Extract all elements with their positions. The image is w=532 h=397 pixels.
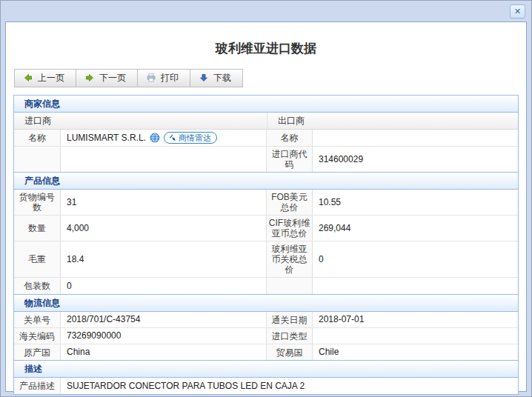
- field-label: 数量: [14, 216, 60, 241]
- section-header-description: 描述: [14, 360, 518, 378]
- field-value: 0: [312, 241, 518, 277]
- field-label: 包装数: [14, 278, 60, 294]
- arrow-right-icon: [85, 73, 94, 82]
- field-value: China: [60, 344, 266, 360]
- print-label: 打印: [161, 73, 179, 83]
- importer-code-label: 进口商代码: [266, 147, 312, 172]
- field-label: 通关日期: [266, 312, 312, 327]
- field-value: 31: [60, 190, 266, 215]
- table-row: 毛重 18.4 玻利维亚币关税总价 0: [14, 241, 518, 278]
- next-page-label: 下一页: [99, 73, 126, 83]
- close-icon: ✕: [514, 7, 521, 16]
- download-button[interactable]: 下载: [190, 70, 242, 87]
- exporter-column-header: 出口商: [267, 113, 518, 129]
- table-row: 原产国 China 贸易国 Chile: [14, 344, 518, 360]
- print-button[interactable]: 打印: [138, 70, 190, 87]
- download-label: 下载: [213, 73, 231, 83]
- merchant-subheader: 进口商 出口商: [14, 113, 518, 130]
- importer-name-label: 名称: [14, 130, 60, 146]
- field-label: 货物编号数: [14, 190, 60, 215]
- table-row: 数量 4,000 CIF玻利维亚币总价 269,044: [14, 216, 518, 241]
- table-row: 货物编号数 31 FOB美元总价 10.55: [14, 190, 518, 216]
- prev-page-label: 上一页: [38, 73, 64, 83]
- product-description-value: SUJETARDOR CONECTOR PARA TUBOS LED EN CA…: [60, 378, 518, 394]
- radar-badge-label: 商情雷达: [179, 133, 211, 143]
- next-page-button[interactable]: 下一页: [76, 70, 138, 87]
- table-row: 关单号 2018/701/C-43754 通关日期 2018-07-01: [14, 312, 518, 328]
- field-value: 2018-07-01: [312, 312, 518, 327]
- prev-page-button[interactable]: 上一页: [15, 70, 76, 87]
- arrow-down-icon: [199, 73, 208, 82]
- field-label: 进口类型: [266, 328, 312, 344]
- section-header-product: 产品信息: [14, 172, 518, 190]
- field-value: 2018/701/C-43754: [60, 312, 266, 327]
- field-label: CIF玻利维亚币总价: [266, 216, 312, 241]
- field-label: FOB美元总价: [266, 190, 312, 215]
- importer-name-cell: LUMISMART S.R.L.: [60, 130, 266, 146]
- field-label: 毛重: [14, 241, 60, 277]
- page-title: 玻利维亚进口数据: [6, 40, 526, 57]
- data-table: 商家信息 进口商 出口商 名称 LUMISMART S.R.L.: [13, 95, 519, 395]
- arrow-left-icon: [24, 73, 33, 82]
- content-panel: 玻利维亚进口数据 上一页 下一页: [5, 21, 527, 392]
- dialog-window: ✕ 玻利维亚进口数据 上一页 下一页: [0, 0, 532, 397]
- globe-icon[interactable]: [150, 133, 160, 143]
- importer-column-header: 进口商: [14, 113, 267, 129]
- table-row: 海关编码 73269090000 进口类型: [14, 328, 518, 344]
- empty-value: [60, 147, 266, 172]
- section-header-logistics: 物流信息: [14, 294, 518, 312]
- section-header-merchant: 商家信息: [14, 96, 518, 113]
- field-value: Chile: [312, 344, 518, 360]
- field-value: 0: [60, 278, 266, 294]
- importer-name-value: LUMISMART S.R.L.: [67, 133, 146, 144]
- table-row: 包装数 0: [14, 278, 518, 294]
- exporter-name-label: 名称: [266, 130, 312, 146]
- product-description-label: 产品描述: [14, 378, 60, 394]
- field-label: 关单号: [14, 312, 60, 327]
- field-label: 玻利维亚币关税总价: [266, 241, 312, 277]
- table-row: 产品描述 SUJETARDOR CONECTOR PARA TUBOS LED …: [14, 378, 518, 394]
- toolbar: 上一页 下一页 打印: [14, 69, 243, 87]
- field-value: 73269090000: [60, 328, 266, 344]
- business-radar-badge[interactable]: 商情雷达: [164, 132, 217, 144]
- table-row: 进口商代码 314600029: [14, 147, 518, 172]
- exporter-name-value: [312, 130, 518, 146]
- field-value: 18.4: [60, 241, 266, 277]
- empty-label: [14, 147, 60, 172]
- field-label: 海关编码: [14, 328, 60, 344]
- importer-code-value: 314600029: [312, 147, 518, 172]
- field-label: 贸易国: [266, 344, 312, 360]
- field-value: 269,044: [312, 216, 518, 241]
- field-value: 10.55: [312, 190, 518, 215]
- field-label: 原产国: [14, 344, 60, 360]
- field-value: 4,000: [60, 216, 266, 241]
- field-label: [266, 278, 312, 294]
- field-value: [312, 328, 518, 344]
- table-row: 名称 LUMISMART S.R.L.: [14, 130, 518, 147]
- printer-icon: [147, 73, 156, 82]
- close-button[interactable]: ✕: [510, 4, 525, 19]
- field-value: [312, 278, 518, 294]
- radar-icon: [168, 133, 176, 141]
